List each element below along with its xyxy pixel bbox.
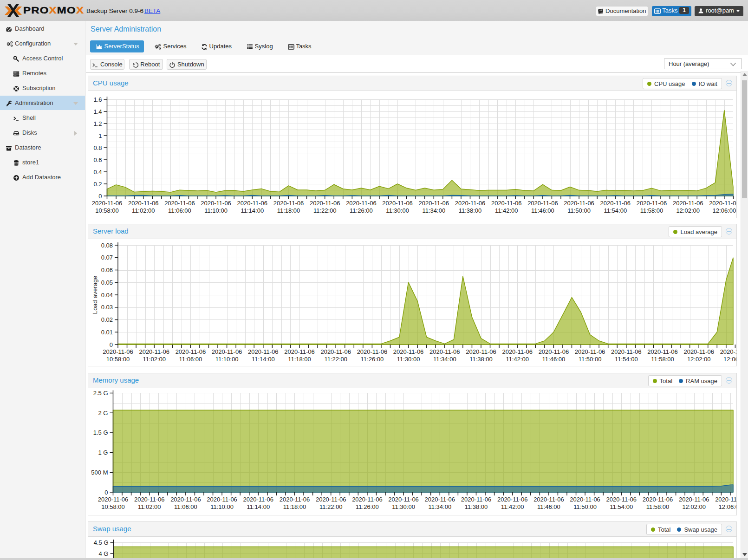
svg-text:10:58:00: 10:58:00 [106,356,130,363]
svg-text:11:58:00: 11:58:00 [646,503,670,510]
svg-text:1.4: 1.4 [93,108,102,115]
svg-text:2020-11-06: 2020-11-06 [429,348,460,355]
svg-text:11:22:00: 11:22:00 [324,356,347,363]
svg-text:2020-11-06: 2020-11-06 [491,200,522,207]
svg-text:11:30:00: 11:30:00 [397,356,420,363]
svg-text:2 G: 2 G [98,410,108,417]
svg-text:0.8: 0.8 [93,144,102,151]
svg-text:11:06:00: 11:06:00 [168,207,191,214]
svg-text:2020-11-06: 2020-11-06 [564,200,594,207]
svg-text:11:14:00: 11:14:00 [247,503,270,510]
svg-text:11:02:00: 11:02:00 [143,356,166,363]
svg-text:2020-11-06: 2020-11-06 [575,348,605,355]
svg-text:2020-11-06: 2020-11-06 [128,200,159,207]
svg-text:2020-11-06: 2020-11-06 [606,496,637,503]
svg-text:2020-11-06: 2020-11-06 [212,348,242,355]
svg-text:11:54:00: 11:54:00 [615,356,638,363]
svg-text:2020-11-06: 2020-11-06 [533,496,564,503]
svg-text:11:38:00: 11:38:00 [465,503,488,510]
svg-text:0.4: 0.4 [93,169,102,176]
svg-text:0.2: 0.2 [93,181,102,188]
svg-text:2020-11-06: 2020-11-06 [176,348,206,355]
svg-text:2020-11-06: 2020-11-06 [346,200,377,207]
svg-text:11:42:00: 11:42:00 [495,207,518,214]
svg-text:0.03: 0.03 [101,304,113,311]
svg-text:1 G: 1 G [98,449,108,456]
svg-text:12:02:00: 12:02:00 [676,207,700,214]
svg-text:11:18:00: 11:18:00 [277,207,300,214]
svg-text:11:22:00: 11:22:00 [319,503,343,510]
svg-text:0: 0 [110,341,113,348]
svg-text:2020-11-06: 2020-11-06 [570,496,600,503]
svg-text:11:42:00: 11:42:00 [501,503,524,510]
svg-text:11:34:00: 11:34:00 [428,503,451,510]
svg-text:2020-11-06: 2020-11-06 [715,496,736,503]
svg-text:11:38:00: 11:38:00 [459,207,482,214]
svg-text:11:46:00: 11:46:00 [542,356,566,363]
svg-text:0.6: 0.6 [93,156,102,163]
svg-text:11:46:00: 11:46:00 [531,207,554,214]
svg-text:11:46:00: 11:46:00 [537,503,560,510]
svg-text:0: 0 [104,489,108,496]
svg-text:11:30:00: 11:30:00 [386,207,409,214]
svg-text:11:34:00: 11:34:00 [422,207,445,214]
svg-text:10:58:00: 10:58:00 [95,207,119,214]
svg-text:1.6: 1.6 [93,96,102,103]
svg-text:2020-11-06: 2020-11-06 [284,348,315,355]
svg-text:2020-11-06: 2020-11-06 [320,348,351,355]
svg-text:11:26:00: 11:26:00 [361,356,384,363]
svg-text:2020-11-06: 2020-11-06 [98,496,129,503]
svg-text:11:54:00: 11:54:00 [604,207,627,214]
svg-text:2020-11-06: 2020-11-06 [502,348,533,355]
svg-text:11:14:00: 11:14:00 [252,356,275,363]
svg-text:2020-11-06: 2020-11-06 [600,200,631,207]
svg-text:500 M: 500 M [91,469,108,476]
svg-text:12:06:00: 12:06:00 [723,356,736,363]
svg-text:11:50:00: 11:50:00 [567,207,591,214]
svg-text:11:26:00: 11:26:00 [356,503,379,510]
svg-text:2020-11-06: 2020-11-06 [461,496,492,503]
svg-text:2020-11-06: 2020-11-06 [425,496,455,503]
svg-text:1.2: 1.2 [93,120,102,127]
svg-text:2020-11-06: 2020-11-06 [419,200,449,207]
svg-text:2020-11-06: 2020-11-06 [316,496,346,503]
svg-text:12:06:00: 12:06:00 [713,207,736,214]
svg-text:2020-11-06: 2020-11-06 [201,200,231,207]
svg-text:11:58:00: 11:58:00 [640,207,663,214]
svg-text:11:10:00: 11:10:00 [215,356,239,363]
svg-text:11:58:00: 11:58:00 [651,356,674,363]
svg-text:11:54:00: 11:54:00 [610,503,633,510]
svg-text:11:02:00: 11:02:00 [132,207,155,214]
svg-text:Load average: Load average [91,276,98,314]
svg-text:2020-11-06: 2020-11-06 [643,496,673,503]
svg-text:4.5 G: 4.5 G [94,539,109,546]
svg-text:2020-11-06: 2020-11-06 [103,348,133,355]
svg-text:0.04: 0.04 [101,292,113,299]
svg-text:2020-11-06: 2020-11-06 [637,200,667,207]
svg-text:10:58:00: 10:58:00 [101,503,125,510]
svg-text:0: 0 [98,193,102,200]
svg-text:0.07: 0.07 [101,254,113,261]
svg-text:11:06:00: 11:06:00 [179,356,202,363]
svg-text:2020-11-06: 2020-11-06 [164,200,195,207]
svg-text:2020-11-06: 2020-11-06 [673,200,703,207]
svg-text:0.01: 0.01 [101,329,113,336]
svg-text:11:50:00: 11:50:00 [579,356,602,363]
svg-text:12:02:00: 12:02:00 [682,503,706,510]
svg-text:0.05: 0.05 [101,279,113,286]
svg-text:2020-11-06: 2020-11-06 [243,496,274,503]
svg-text:2020-11-06: 2020-11-06 [310,200,340,207]
svg-text:2020-11-06: 2020-11-06 [455,200,486,207]
svg-text:2020-11-06: 2020-11-06 [388,496,419,503]
svg-text:11:22:00: 11:22:00 [313,207,337,214]
svg-text:11:18:00: 11:18:00 [288,356,311,363]
svg-text:4 G: 4 G [99,550,109,557]
svg-text:2020-11-06: 2020-11-06 [170,496,201,503]
svg-text:0.02: 0.02 [101,316,113,323]
svg-text:12:06:00: 12:06:00 [719,503,736,510]
svg-text:11:06:00: 11:06:00 [174,503,197,510]
svg-text:2020-11-06: 2020-11-06 [679,496,709,503]
svg-text:2020-11-06: 2020-11-06 [527,200,558,207]
svg-text:2020-11-06: 2020-11-06 [709,200,736,207]
svg-text:2020-11-06: 2020-11-06 [237,200,268,207]
